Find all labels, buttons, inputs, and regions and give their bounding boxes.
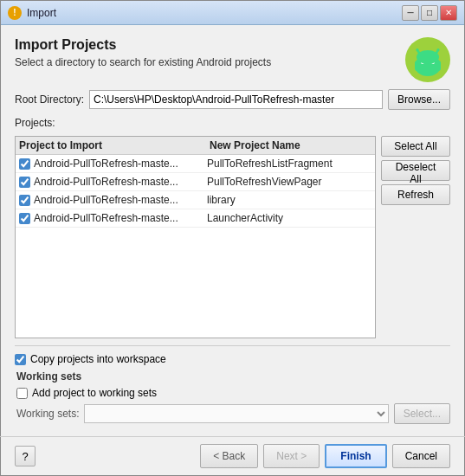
svg-point-8	[417, 50, 439, 64]
root-directory-row: Root Directory: Browse...	[15, 89, 450, 110]
titlebar-icon-symbol: !	[13, 8, 16, 17]
working-sets-input-row: Working sets: Select...	[16, 403, 450, 424]
svg-point-6	[417, 48, 419, 51]
root-directory-label: Root Directory:	[15, 93, 84, 106]
finish-button[interactable]: Finish	[325, 444, 386, 468]
dialog-content: Import Projects Select a directory to se…	[1, 25, 464, 431]
row-newname-1: PullToRefreshListFragment	[207, 158, 371, 170]
next-button[interactable]: Next >	[263, 444, 320, 468]
row-newname-4: LauncherActivity	[207, 212, 371, 224]
table-row: Android-PullToRefresh-maste... library	[16, 191, 375, 209]
dialog-title: Import Projects	[15, 37, 398, 53]
header-text: Import Projects Select a directory to se…	[15, 37, 398, 68]
titlebar-buttons: ─ □ ✕	[402, 5, 457, 21]
working-sets-select-button[interactable]: Select...	[394, 403, 450, 424]
minimize-button[interactable]: ─	[402, 5, 419, 21]
deselect-all-button[interactable]: Deselect All	[381, 160, 450, 181]
browse-button[interactable]: Browse...	[388, 89, 450, 110]
footer-left: ?	[15, 446, 36, 466]
table-body: Android-PullToRefresh-maste... PullToRef…	[16, 155, 375, 338]
dialog-subtitle: Select a directory to search for existin…	[15, 56, 398, 68]
copy-workspace-label: Copy projects into workspace	[30, 353, 166, 365]
copy-workspace-checkbox[interactable]	[15, 354, 26, 365]
help-button[interactable]: ?	[15, 446, 36, 466]
working-sets-section: Working sets Add project to working sets…	[15, 370, 450, 424]
row-project-3: Android-PullToRefresh-maste...	[34, 194, 207, 206]
cancel-button[interactable]: Cancel	[392, 444, 450, 468]
row-project-2: Android-PullToRefresh-maste...	[34, 176, 207, 188]
col-newname-header: New Project Name	[210, 139, 371, 151]
back-button[interactable]: < Back	[200, 444, 258, 468]
table-row: Android-PullToRefresh-maste... PullToRef…	[16, 155, 375, 173]
copy-workspace-row: Copy projects into workspace	[15, 353, 450, 365]
row-checkbox-2[interactable]	[19, 177, 30, 188]
header-section: Import Projects Select a directory to se…	[15, 37, 450, 82]
working-sets-combo[interactable]	[84, 404, 388, 423]
row-project-1: Android-PullToRefresh-maste...	[34, 158, 207, 170]
titlebar-title: Import	[27, 7, 402, 19]
projects-table: Project to Import New Project Name Andro…	[15, 136, 376, 338]
row-checkbox-4[interactable]	[19, 213, 30, 224]
svg-point-7	[437, 48, 440, 51]
android-logo	[405, 37, 450, 82]
row-newname-3: library	[207, 194, 371, 206]
table-row: Android-PullToRefresh-maste... LauncherA…	[16, 209, 375, 228]
titlebar-icon: !	[8, 6, 22, 20]
add-working-sets-label: Add project to working sets	[32, 387, 157, 399]
android-icon	[412, 43, 443, 76]
footer: ? < Back Next > Finish Cancel	[1, 437, 464, 475]
row-project-4: Android-PullToRefresh-maste...	[34, 212, 207, 224]
side-buttons: Select All Deselect All Refresh	[381, 136, 450, 338]
row-checkbox-3[interactable]	[19, 195, 30, 206]
add-working-sets-row: Add project to working sets	[16, 387, 450, 399]
workspace-section: Copy projects into workspace Working set…	[15, 345, 450, 424]
import-dialog: ! Import ─ □ ✕ Import Projects Select a …	[0, 0, 465, 476]
close-button[interactable]: ✕	[440, 5, 457, 21]
footer-right: < Back Next > Finish Cancel	[200, 444, 450, 468]
projects-label: Projects:	[15, 117, 450, 129]
refresh-button[interactable]: Refresh	[381, 184, 450, 205]
projects-container: Project to Import New Project Name Andro…	[15, 136, 450, 338]
table-header: Project to Import New Project Name	[16, 137, 375, 155]
titlebar: ! Import ─ □ ✕	[1, 1, 464, 25]
maximize-button[interactable]: □	[421, 5, 438, 21]
working-sets-title: Working sets	[16, 370, 450, 383]
col-project-header: Project to Import	[19, 139, 210, 151]
select-all-button[interactable]: Select All	[381, 136, 450, 157]
row-checkbox-1[interactable]	[19, 158, 30, 170]
working-sets-field-label: Working sets:	[16, 408, 79, 420]
table-row: Android-PullToRefresh-maste... PullToRef…	[16, 173, 375, 191]
root-directory-input[interactable]	[89, 90, 383, 109]
row-newname-2: PullToRefreshViewPager	[207, 176, 371, 188]
add-working-sets-checkbox[interactable]	[16, 388, 28, 399]
